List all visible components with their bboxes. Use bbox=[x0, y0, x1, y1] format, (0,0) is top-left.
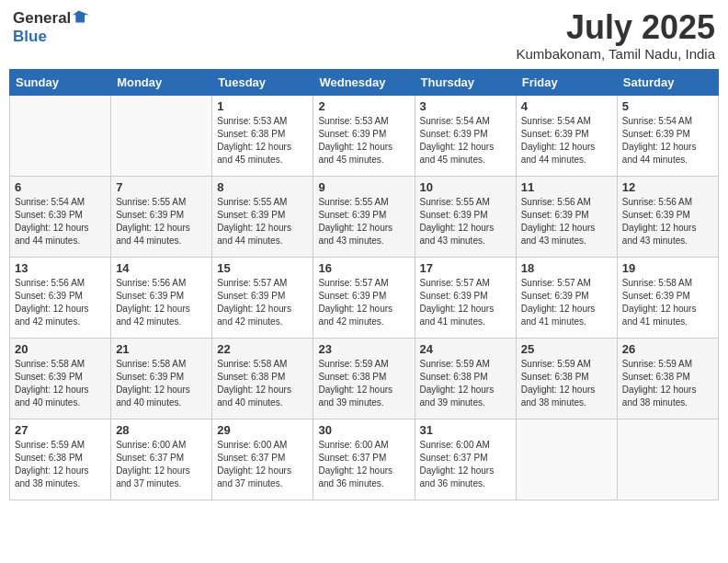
calendar-cell bbox=[111, 95, 212, 176]
day-number: 26 bbox=[622, 342, 713, 356]
day-number: 23 bbox=[318, 342, 409, 356]
day-number: 15 bbox=[217, 261, 308, 275]
logo: General Blue bbox=[13, 9, 89, 45]
day-info: Sunrise: 6:00 AM Sunset: 6:37 PM Dayligh… bbox=[420, 439, 511, 490]
day-info: Sunrise: 5:58 AM Sunset: 6:39 PM Dayligh… bbox=[622, 277, 713, 328]
day-number: 16 bbox=[318, 261, 409, 275]
calendar-table: SundayMondayTuesdayWednesdayThursdayFrid… bbox=[9, 69, 719, 500]
day-number: 9 bbox=[318, 180, 409, 194]
day-number: 8 bbox=[217, 180, 308, 194]
week-row-3: 13Sunrise: 5:56 AM Sunset: 6:39 PM Dayli… bbox=[10, 257, 719, 338]
day-number: 19 bbox=[622, 261, 713, 275]
day-number: 29 bbox=[217, 423, 308, 437]
calendar-cell: 13Sunrise: 5:56 AM Sunset: 6:39 PM Dayli… bbox=[10, 257, 111, 338]
calendar-cell: 21Sunrise: 5:58 AM Sunset: 6:39 PM Dayli… bbox=[111, 338, 212, 419]
calendar-cell: 6Sunrise: 5:54 AM Sunset: 6:39 PM Daylig… bbox=[10, 176, 111, 257]
day-number: 18 bbox=[521, 261, 612, 275]
day-info: Sunrise: 5:53 AM Sunset: 6:38 PM Dayligh… bbox=[217, 115, 308, 167]
calendar-cell: 26Sunrise: 5:59 AM Sunset: 6:38 PM Dayli… bbox=[617, 338, 718, 419]
day-info: Sunrise: 5:53 AM Sunset: 6:39 PM Dayligh… bbox=[318, 115, 409, 167]
day-number: 22 bbox=[217, 342, 308, 356]
day-number: 31 bbox=[420, 423, 511, 437]
calendar-cell bbox=[516, 419, 617, 500]
day-number: 17 bbox=[420, 261, 511, 275]
day-info: Sunrise: 5:58 AM Sunset: 6:39 PM Dayligh… bbox=[116, 358, 207, 409]
calendar-cell bbox=[10, 95, 111, 176]
day-number: 10 bbox=[420, 180, 511, 194]
weekday-header-monday: Monday bbox=[111, 69, 212, 95]
calendar-cell: 18Sunrise: 5:57 AM Sunset: 6:39 PM Dayli… bbox=[516, 257, 617, 338]
day-number: 24 bbox=[420, 342, 511, 356]
day-number: 30 bbox=[318, 423, 409, 437]
day-info: Sunrise: 5:57 AM Sunset: 6:39 PM Dayligh… bbox=[318, 277, 409, 328]
calendar-cell: 4Sunrise: 5:54 AM Sunset: 6:39 PM Daylig… bbox=[516, 95, 617, 176]
weekday-header-thursday: Thursday bbox=[415, 69, 516, 95]
week-row-2: 6Sunrise: 5:54 AM Sunset: 6:39 PM Daylig… bbox=[10, 176, 719, 257]
calendar-cell: 16Sunrise: 5:57 AM Sunset: 6:39 PM Dayli… bbox=[313, 257, 415, 338]
day-number: 25 bbox=[521, 342, 612, 356]
day-info: Sunrise: 6:00 AM Sunset: 6:37 PM Dayligh… bbox=[217, 439, 308, 490]
calendar-cell: 8Sunrise: 5:55 AM Sunset: 6:39 PM Daylig… bbox=[212, 176, 313, 257]
day-number: 4 bbox=[521, 99, 612, 113]
day-info: Sunrise: 5:56 AM Sunset: 6:39 PM Dayligh… bbox=[116, 277, 207, 328]
day-number: 7 bbox=[116, 180, 207, 194]
day-info: Sunrise: 5:59 AM Sunset: 6:38 PM Dayligh… bbox=[420, 358, 511, 409]
day-info: Sunrise: 5:59 AM Sunset: 6:38 PM Dayligh… bbox=[521, 358, 612, 409]
day-info: Sunrise: 5:58 AM Sunset: 6:39 PM Dayligh… bbox=[15, 358, 106, 409]
calendar-cell: 5Sunrise: 5:54 AM Sunset: 6:39 PM Daylig… bbox=[617, 95, 718, 176]
day-info: Sunrise: 5:58 AM Sunset: 6:38 PM Dayligh… bbox=[217, 358, 308, 409]
weekday-header-tuesday: Tuesday bbox=[212, 69, 313, 95]
day-number: 27 bbox=[15, 423, 106, 437]
day-info: Sunrise: 5:57 AM Sunset: 6:39 PM Dayligh… bbox=[420, 277, 511, 328]
day-info: Sunrise: 5:59 AM Sunset: 6:38 PM Dayligh… bbox=[622, 358, 713, 409]
calendar-cell: 31Sunrise: 6:00 AM Sunset: 6:37 PM Dayli… bbox=[415, 419, 516, 500]
calendar-cell: 30Sunrise: 6:00 AM Sunset: 6:37 PM Dayli… bbox=[313, 419, 415, 500]
day-info: Sunrise: 6:00 AM Sunset: 6:37 PM Dayligh… bbox=[116, 439, 207, 490]
month-title: July 2025 bbox=[516, 9, 715, 46]
day-info: Sunrise: 5:59 AM Sunset: 6:38 PM Dayligh… bbox=[318, 358, 409, 409]
calendar-cell: 7Sunrise: 5:55 AM Sunset: 6:39 PM Daylig… bbox=[111, 176, 212, 257]
day-number: 13 bbox=[15, 261, 106, 275]
calendar-cell: 15Sunrise: 5:57 AM Sunset: 6:39 PM Dayli… bbox=[212, 257, 313, 338]
title-block: July 2025 Kumbakonam, Tamil Nadu, India bbox=[516, 9, 715, 62]
day-info: Sunrise: 5:59 AM Sunset: 6:38 PM Dayligh… bbox=[15, 439, 106, 490]
day-info: Sunrise: 5:56 AM Sunset: 6:39 PM Dayligh… bbox=[521, 196, 612, 247]
calendar-cell: 28Sunrise: 6:00 AM Sunset: 6:37 PM Dayli… bbox=[111, 419, 212, 500]
day-number: 28 bbox=[116, 423, 207, 437]
calendar-cell: 27Sunrise: 5:59 AM Sunset: 6:38 PM Dayli… bbox=[10, 419, 111, 500]
calendar-cell: 24Sunrise: 5:59 AM Sunset: 6:38 PM Dayli… bbox=[415, 338, 516, 419]
location: Kumbakonam, Tamil Nadu, India bbox=[516, 46, 715, 62]
weekday-header-friday: Friday bbox=[516, 69, 617, 95]
calendar-cell: 3Sunrise: 5:54 AM Sunset: 6:39 PM Daylig… bbox=[415, 95, 516, 176]
calendar-cell: 2Sunrise: 5:53 AM Sunset: 6:39 PM Daylig… bbox=[313, 95, 415, 176]
day-info: Sunrise: 5:56 AM Sunset: 6:39 PM Dayligh… bbox=[622, 196, 713, 247]
day-info: Sunrise: 5:56 AM Sunset: 6:39 PM Dayligh… bbox=[15, 277, 106, 328]
weekday-header-wednesday: Wednesday bbox=[313, 69, 415, 95]
day-info: Sunrise: 5:55 AM Sunset: 6:39 PM Dayligh… bbox=[420, 196, 511, 247]
calendar-cell: 9Sunrise: 5:55 AM Sunset: 6:39 PM Daylig… bbox=[313, 176, 415, 257]
svg-marker-0 bbox=[73, 10, 89, 22]
calendar-cell: 11Sunrise: 5:56 AM Sunset: 6:39 PM Dayli… bbox=[516, 176, 617, 257]
calendar-cell: 12Sunrise: 5:56 AM Sunset: 6:39 PM Dayli… bbox=[617, 176, 718, 257]
calendar-cell: 1Sunrise: 5:53 AM Sunset: 6:38 PM Daylig… bbox=[212, 95, 313, 176]
day-number: 6 bbox=[15, 180, 106, 194]
day-number: 12 bbox=[622, 180, 713, 194]
week-row-1: 1Sunrise: 5:53 AM Sunset: 6:38 PM Daylig… bbox=[10, 95, 719, 176]
day-info: Sunrise: 5:55 AM Sunset: 6:39 PM Dayligh… bbox=[217, 196, 308, 247]
page-header: General Blue July 2025 Kumbakonam, Tamil… bbox=[9, 9, 719, 62]
day-number: 11 bbox=[521, 180, 612, 194]
calendar-cell: 10Sunrise: 5:55 AM Sunset: 6:39 PM Dayli… bbox=[415, 176, 516, 257]
day-number: 14 bbox=[116, 261, 207, 275]
day-info: Sunrise: 5:57 AM Sunset: 6:39 PM Dayligh… bbox=[521, 277, 612, 328]
weekday-header-row: SundayMondayTuesdayWednesdayThursdayFrid… bbox=[10, 69, 719, 95]
day-number: 21 bbox=[116, 342, 207, 356]
calendar-cell: 17Sunrise: 5:57 AM Sunset: 6:39 PM Dayli… bbox=[415, 257, 516, 338]
week-row-5: 27Sunrise: 5:59 AM Sunset: 6:38 PM Dayli… bbox=[10, 419, 719, 500]
day-number: 2 bbox=[318, 99, 409, 113]
day-info: Sunrise: 5:54 AM Sunset: 6:39 PM Dayligh… bbox=[15, 196, 106, 247]
day-number: 1 bbox=[217, 99, 308, 113]
calendar-cell: 29Sunrise: 6:00 AM Sunset: 6:37 PM Dayli… bbox=[212, 419, 313, 500]
day-info: Sunrise: 5:54 AM Sunset: 6:39 PM Dayligh… bbox=[622, 115, 713, 167]
day-info: Sunrise: 5:54 AM Sunset: 6:39 PM Dayligh… bbox=[521, 115, 612, 167]
calendar-cell: 14Sunrise: 5:56 AM Sunset: 6:39 PM Dayli… bbox=[111, 257, 212, 338]
